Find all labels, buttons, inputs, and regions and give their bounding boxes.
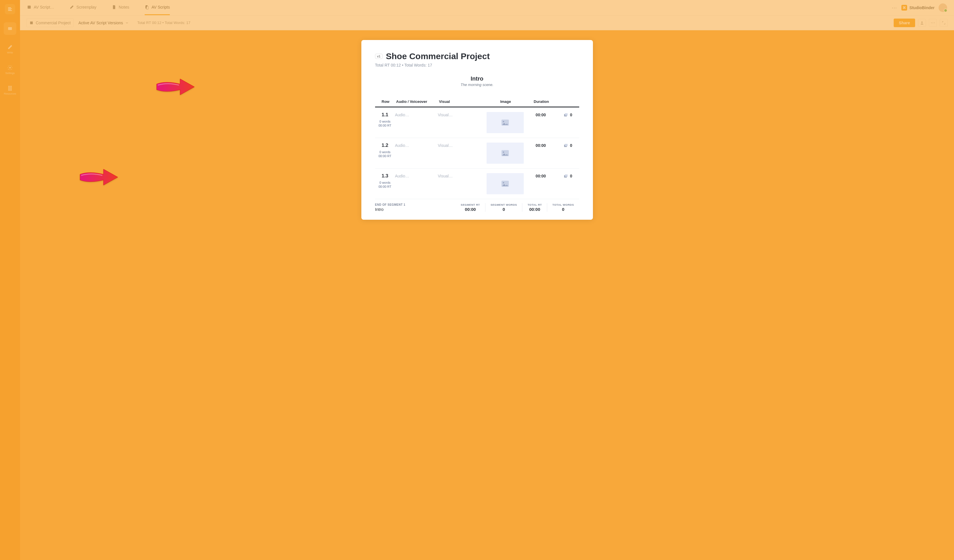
tab-label: AV Script…	[34, 5, 54, 9]
dropdown-label: Active AV Script Versions	[78, 20, 123, 25]
duration-cell[interactable]: 00:00	[527, 173, 555, 178]
stat-value: 0	[491, 207, 517, 212]
svg-rect-12	[565, 114, 567, 116]
more-icon-button[interactable]: ⋯	[929, 19, 937, 27]
asset-count[interactable]: 0	[555, 173, 572, 178]
svg-point-8	[921, 22, 923, 23]
section-description[interactable]: The morning scene.	[375, 82, 579, 87]
svg-point-14	[503, 151, 504, 153]
col-audio: Audio / Voiceover	[395, 100, 438, 104]
image-cell[interactable]	[486, 143, 524, 164]
tab-label: Screenplay	[76, 5, 96, 9]
callout-arrow-icon	[154, 75, 197, 100]
end-value: Intro	[375, 207, 456, 212]
image-placeholder-icon	[501, 180, 509, 187]
stat-label: TOTAL WORDS	[552, 203, 574, 206]
row-rt: 00:00 RT	[375, 123, 395, 128]
table-row: 1.2 0 words 00:00 RT Audio… Visual… 00:0…	[375, 138, 579, 169]
version-dropdown[interactable]: Active AV Script Versions	[78, 20, 129, 25]
brand-square-icon: ⌘	[901, 5, 907, 11]
row-number: 1.1	[375, 112, 395, 118]
more-icon[interactable]: ⋯	[892, 5, 897, 11]
user-avatar[interactable]	[938, 3, 947, 12]
image-cell[interactable]	[486, 112, 524, 133]
share-button[interactable]: Share	[894, 19, 915, 27]
tab-label: Notes	[118, 5, 129, 9]
stat-label: SEGMENT RT	[461, 203, 480, 206]
tab-screenplay[interactable]: Screenplay	[70, 0, 96, 15]
stack-icon	[564, 143, 568, 148]
stat-value: 00:00	[527, 207, 542, 212]
brand-name: StudioBinder	[909, 5, 935, 10]
topbar: AV Script… Screenplay Notes AV Scripts ⋯…	[20, 0, 954, 16]
duration-cell[interactable]: 00:00	[527, 112, 555, 117]
segment-footer: END OF SEGMENT 1 Intro SEGMENT RT 00:00 …	[375, 199, 579, 212]
visual-cell[interactable]: Visual…	[438, 112, 484, 117]
svg-rect-0	[8, 27, 12, 30]
subbar: Commercial Project Active AV Script Vers…	[20, 16, 954, 30]
row-words: 0 words	[375, 120, 395, 123]
row-words: 0 words	[375, 180, 395, 185]
section-title[interactable]: Intro	[375, 75, 579, 82]
visual-cell[interactable]: Visual…	[438, 173, 484, 178]
audio-cell[interactable]: Audio…	[395, 173, 438, 178]
row-rt: 00:00 RT	[375, 185, 395, 188]
asset-count[interactable]: 0	[555, 112, 572, 117]
document-card: v1 Shoe Commercial Project Total RT 00:1…	[362, 40, 593, 220]
stack-icon	[564, 113, 568, 117]
stack-icon	[564, 174, 568, 178]
col-duration: Duration	[527, 100, 555, 104]
tab-notes[interactable]: Notes	[112, 0, 129, 15]
stat-label: SEGMENT WORDS	[491, 203, 517, 206]
image-placeholder-icon	[501, 119, 509, 126]
svg-rect-7	[30, 22, 33, 24]
row-rt: 00:00 RT	[375, 154, 395, 158]
svg-rect-20	[565, 174, 567, 177]
version-badge: v1	[375, 54, 382, 59]
svg-rect-6	[147, 6, 148, 9]
table-row: 1.1 0 words 00:00 RT Audio… Visual… 00:0…	[375, 107, 579, 138]
image-cell[interactable]	[486, 173, 524, 194]
row-words: 0 words	[375, 150, 395, 154]
table-row: 1.3 0 words 00:00 RT Audio… Visual… 00:0…	[375, 169, 579, 199]
svg-rect-4	[28, 6, 31, 9]
tab-label: AV Scripts	[151, 5, 170, 9]
col-row: Row	[375, 100, 395, 104]
image-placeholder-icon	[501, 150, 509, 157]
table-header: Row Audio / Voiceover Visual Image Durat…	[375, 97, 579, 107]
brand-logo-icon[interactable]	[5, 4, 15, 14]
stat-value: 00:00	[461, 207, 480, 212]
rail-write[interactable]: Write	[4, 43, 16, 55]
svg-point-18	[503, 182, 504, 184]
rail-project[interactable]	[4, 22, 16, 35]
col-visual: Visual	[438, 100, 484, 104]
stat-label: TOTAL RT	[527, 203, 542, 206]
brand-link[interactable]: ⌘ StudioBinder	[901, 5, 935, 11]
chevron-down-icon	[125, 21, 129, 25]
breadcrumb-label: Commercial Project	[36, 20, 71, 25]
svg-point-1	[9, 67, 11, 68]
svg-point-10	[503, 121, 504, 122]
expand-icon-button[interactable]	[940, 19, 948, 27]
end-label: END OF SEGMENT 1	[375, 203, 456, 206]
tab-av-script[interactable]: AV Script…	[27, 0, 54, 15]
document-subtitle: Total RT 00:12 • Total Words: 17	[375, 63, 579, 67]
svg-rect-16	[565, 144, 567, 146]
asset-count[interactable]: 0	[555, 143, 572, 148]
col-image: Image	[484, 100, 527, 104]
svg-rect-3	[11, 86, 11, 90]
rail-resources[interactable]: Resources	[4, 84, 16, 96]
svg-rect-2	[9, 86, 9, 90]
row-number: 1.2	[375, 143, 395, 148]
callout-arrow-icon	[78, 166, 121, 190]
audio-cell[interactable]: Audio…	[395, 143, 438, 148]
rail-settings[interactable]: Settings	[4, 64, 16, 76]
document-title: Shoe Commercial Project	[386, 51, 490, 61]
user-icon-button[interactable]	[918, 19, 926, 27]
audio-cell[interactable]: Audio…	[395, 112, 438, 117]
visual-cell[interactable]: Visual…	[438, 143, 484, 148]
breadcrumb[interactable]: Commercial Project	[26, 19, 74, 27]
tab-av-scripts[interactable]: AV Scripts	[145, 0, 170, 15]
left-rail: Write Settings Resources	[0, 0, 20, 560]
duration-cell[interactable]: 00:00	[527, 143, 555, 148]
